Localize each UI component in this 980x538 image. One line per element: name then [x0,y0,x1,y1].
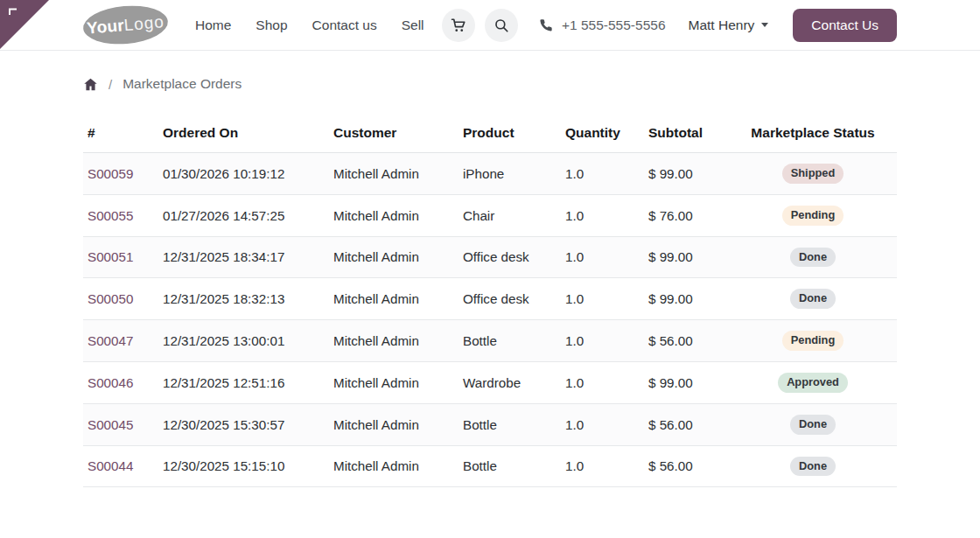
status-badge: Pending [782,206,844,226]
order-date-cell: 12/31/2025 12:51:16 [158,361,329,403]
order-quantity-cell: 1.0 [561,361,644,403]
main-nav: Home Shop Contact us Sell [195,17,424,33]
order-date-cell: 12/30/2025 15:15:10 [158,445,329,487]
chevron-down-icon [761,23,768,27]
order-row: S00050 12/31/2025 18:32:13 Mitchell Admi… [83,278,897,320]
order-customer-cell: Mitchell Admin [329,445,458,487]
order-ref-link[interactable]: S00055 [88,208,133,223]
orders-table-header-row: # Ordered On Customer Product Quantity S… [83,115,897,153]
order-ref-link[interactable]: S00059 [88,166,133,181]
header-subtotal: Subtotal [644,115,729,153]
order-date-cell: 01/30/2026 10:19:12 [158,153,329,195]
nav-item-home[interactable]: Home [195,17,231,33]
search-button[interactable] [485,9,518,42]
header-ordered-on: Ordered On [158,115,329,153]
order-quantity-cell: 1.0 [561,320,644,362]
order-product-cell: iPhone [458,153,561,195]
order-subtotal-cell: $ 99.00 [644,361,729,403]
order-row: S00045 12/30/2025 15:30:57 Mitchell Admi… [83,403,897,445]
logo-text-light: Logo [123,12,165,35]
order-product-cell: Bottle [458,403,561,445]
phone-number: +1 555-555-5556 [562,17,666,33]
order-customer-cell: Mitchell Admin [329,361,458,403]
order-ref-link[interactable]: S00051 [88,249,133,264]
page-content: / Marketplace Orders # Ordered On Custom… [83,76,897,487]
corner-arrow-icon [6,5,20,19]
order-date-cell: 12/31/2025 13:00:01 [158,320,329,362]
search-icon [494,17,509,33]
order-quantity-cell: 1.0 [561,445,644,487]
order-customer-cell: Mitchell Admin [329,320,458,362]
order-customer-cell: Mitchell Admin [329,403,458,445]
status-badge: Done [790,457,836,477]
breadcrumb-separator: / [108,77,112,92]
edit-corner-ribbon[interactable] [0,0,49,49]
nav-item-contact-us[interactable]: Contact us [312,17,377,33]
order-quantity-cell: 1.0 [561,153,644,195]
status-badge: Done [790,289,836,309]
breadcrumb-current: Marketplace Orders [122,76,242,92]
home-icon[interactable] [83,77,98,92]
order-quantity-cell: 1.0 [561,236,644,278]
status-badge: Approved [778,373,848,393]
status-badge: Pending [782,331,844,351]
orders-table: # Ordered On Customer Product Quantity S… [83,115,897,487]
order-subtotal-cell: $ 76.00 [644,194,729,236]
order-ref-link[interactable]: S00045 [88,417,133,432]
order-row: S00044 12/30/2025 15:15:10 Mitchell Admi… [83,445,897,487]
order-row: S00047 12/31/2025 13:00:01 Mitchell Admi… [83,320,897,362]
order-product-cell: Office desk [458,278,561,320]
order-date-cell: 01/27/2026 14:57:25 [158,194,329,236]
order-customer-cell: Mitchell Admin [329,236,458,278]
order-subtotal-cell: $ 56.00 [644,320,729,362]
order-ref-link[interactable]: S00047 [88,333,133,348]
order-subtotal-cell: $ 99.00 [644,153,729,195]
cart-button[interactable] [442,9,475,42]
status-badge: Shipped [782,164,844,184]
order-subtotal-cell: $ 99.00 [644,236,729,278]
contact-us-button[interactable]: Contact Us [793,9,897,42]
nav-item-sell[interactable]: Sell [402,17,424,33]
orders-table-body: S00059 01/30/2026 10:19:12 Mitchell Admi… [83,153,897,487]
order-customer-cell: Mitchell Admin [329,153,458,195]
order-ref-link[interactable]: S00044 [88,458,133,473]
order-row: S00055 01/27/2026 14:57:25 Mitchell Admi… [83,194,897,236]
header-customer: Customer [329,115,458,153]
order-row: S00059 01/30/2026 10:19:12 Mitchell Admi… [83,153,897,195]
order-subtotal-cell: $ 99.00 [644,278,729,320]
order-product-cell: Office desk [458,236,561,278]
order-product-cell: Bottle [458,445,561,487]
order-product-cell: Wardrobe [458,361,561,403]
order-row: S00051 12/31/2025 18:34:17 Mitchell Admi… [83,236,897,278]
order-quantity-cell: 1.0 [561,403,644,445]
breadcrumb: / Marketplace Orders [83,76,897,92]
order-date-cell: 12/31/2025 18:34:17 [158,236,329,278]
logo-text-bold: Your [86,16,124,38]
order-product-cell: Chair [458,194,561,236]
order-ref-link[interactable]: S00046 [88,375,133,390]
cart-icon [451,17,466,33]
header-marketplace-status: Marketplace Status [729,115,897,153]
phone-link[interactable]: +1 555-555-5556 [539,17,666,33]
header-ref: # [83,115,158,153]
order-subtotal-cell: $ 56.00 [644,445,729,487]
status-badge: Done [790,248,836,268]
order-ref-link[interactable]: S00050 [88,291,133,306]
top-navbar: YourLogo Home Shop Contact us Sell +1 55… [0,0,980,51]
header-quantity: Quantity [561,115,644,153]
order-product-cell: Bottle [458,320,561,362]
site-logo[interactable]: YourLogo [81,3,169,47]
navbar-right-group: +1 555-555-5556 Matt Henry Contact Us [442,9,897,42]
order-row: S00046 12/31/2025 12:51:16 Mitchell Admi… [83,361,897,403]
phone-icon [539,18,553,32]
order-customer-cell: Mitchell Admin [329,194,458,236]
order-subtotal-cell: $ 56.00 [644,403,729,445]
nav-item-shop[interactable]: Shop [256,17,287,33]
user-dropdown[interactable]: Matt Henry [689,17,769,33]
user-name: Matt Henry [689,17,755,33]
order-date-cell: 12/30/2025 15:30:57 [158,403,329,445]
status-badge: Done [790,415,836,435]
order-quantity-cell: 1.0 [561,278,644,320]
header-product: Product [458,115,561,153]
order-quantity-cell: 1.0 [561,194,644,236]
